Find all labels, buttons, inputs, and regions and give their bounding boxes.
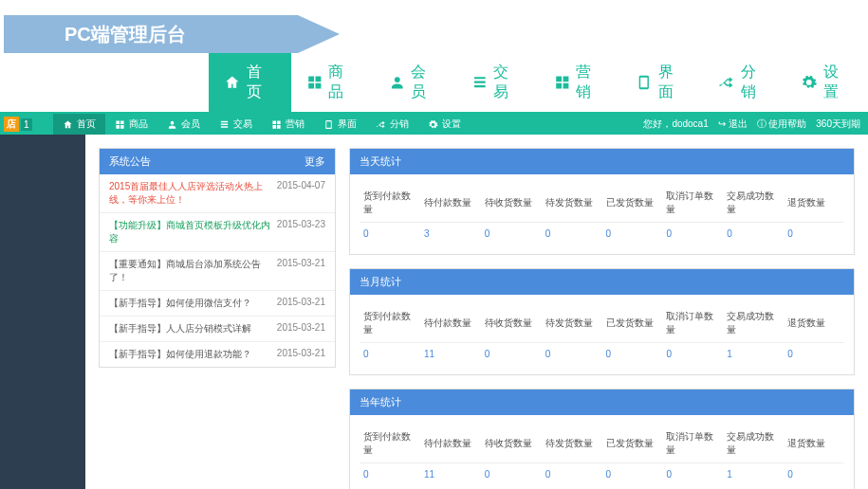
notice-panel: 系统公告 更多 2015首届最佳人人店评选活动火热上线，等你来上位！2015-0… (99, 148, 336, 368)
dark-sidebar (0, 135, 85, 489)
stat-panel-header: 当月统计 (350, 269, 854, 295)
nav-label: 交易 (493, 63, 523, 102)
stat-value: 0 (481, 463, 542, 486)
main-nav: 首页商品会员交易营销界面分销设置 (0, 53, 868, 114)
nav-label: 营销 (576, 63, 605, 102)
stat-value: 11 (420, 343, 481, 366)
stat-table: 货到付款数量待付款数量待收货数量待发货数量已发货数量取消订单数量交易成功数量退货… (360, 425, 844, 485)
stat-value: 0 (542, 463, 602, 486)
tnav-label: 首页 (77, 118, 96, 131)
tnav-label: 分销 (390, 118, 409, 131)
notice-header: 系统公告 更多 (100, 149, 335, 174)
logout-link[interactable]: ↪ 退出 (718, 118, 748, 131)
stat-header: 取消订单数量 (662, 304, 723, 343)
help-link[interactable]: ⓘ 使用帮助 (757, 118, 807, 131)
stat-header: 待收货数量 (481, 304, 542, 343)
stat-header: 货到付款数量 (360, 425, 420, 463)
expire-text: 360天到期 (816, 118, 860, 131)
notice-item[interactable]: 【新手指导】人人店分销模式详解2015-03-21 (100, 316, 335, 341)
nav-label: 商品 (328, 63, 358, 102)
main-nav-list[interactable]: 交易 (456, 53, 539, 112)
notice-date: 2015-03-21 (277, 297, 325, 310)
tnav-label: 界面 (338, 118, 357, 131)
teal-nav-grid[interactable]: 营销 (262, 114, 314, 135)
stat-value: 0 (602, 463, 663, 486)
notice-title: 系统公告 (109, 154, 151, 169)
stat-value: 0 (662, 223, 723, 245)
teal-nav-shuffle[interactable]: 分销 (366, 114, 418, 135)
notice-text: 2015首届最佳人人店评选活动火热上线，等你来上位！ (109, 180, 277, 207)
stat-value: 0 (662, 463, 723, 486)
stat-panel-header: 当天统计 (350, 149, 854, 174)
stat-value: 0 (360, 343, 420, 366)
main-nav-gear[interactable]: 设置 (785, 53, 868, 112)
notice-item[interactable]: 【功能升级】商城首页模板升级优化内容2015-03-23 (100, 212, 335, 251)
main-nav-user[interactable]: 会员 (374, 53, 456, 112)
notice-more[interactable]: 更多 (305, 154, 325, 169)
notice-text: 【新手指导】如何使用微信支付？ (109, 297, 277, 310)
notice-item[interactable]: 【新手指导】如何使用微信支付？2015-03-21 (100, 290, 335, 316)
stat-header: 待付款数量 (420, 304, 481, 343)
nav-label: 分销 (741, 63, 770, 102)
notice-date: 2015-03-23 (277, 219, 325, 245)
stat-value: 0 (784, 343, 844, 366)
teal-nav-device[interactable]: 界面 (314, 114, 366, 135)
banner-title: PC端管理后台 (4, 15, 298, 53)
notice-text: 【功能升级】商城首页模板升级优化内容 (109, 219, 277, 245)
stat-header: 待付款数量 (420, 425, 481, 463)
stat-value: 0 (784, 223, 844, 245)
stat-value: 0 (360, 223, 420, 245)
stat-table: 货到付款数量待付款数量待收货数量待发货数量已发货数量取消订单数量交易成功数量退货… (360, 184, 844, 244)
logo-box: 店 (4, 117, 19, 132)
tnav-label: 设置 (442, 118, 461, 131)
tnav-label: 交易 (233, 118, 252, 131)
logo-badge: 1 (21, 118, 32, 131)
stat-header: 待发货数量 (542, 184, 602, 223)
stat-value: 0 (481, 223, 542, 245)
stat-value: 0 (360, 463, 420, 486)
stat-value: 0 (662, 343, 723, 366)
notice-text: 【重要通知】商城后台添加系统公告了！ (109, 258, 277, 284)
stat-header: 货到付款数量 (360, 304, 420, 343)
notice-date: 2015-04-07 (277, 180, 325, 207)
main-nav-grid[interactable]: 营销 (539, 53, 621, 112)
stat-header: 交易成功数量 (723, 425, 784, 463)
teal-nav-home[interactable]: 首页 (53, 114, 105, 135)
notice-item[interactable]: 【新手指导】如何使用退款功能？2015-03-21 (100, 341, 335, 367)
teal-nav-list[interactable]: 交易 (210, 114, 262, 135)
stat-header: 交易成功数量 (723, 304, 784, 343)
stat-value: 0 (723, 223, 784, 245)
stat-value: 0 (602, 343, 663, 366)
main-nav-grid[interactable]: 商品 (291, 53, 374, 112)
nav-label: 首页 (247, 63, 276, 102)
main-nav-shuffle[interactable]: 分销 (703, 53, 785, 112)
stat-header: 交易成功数量 (723, 184, 784, 223)
stat-title: 当月统计 (360, 275, 401, 289)
notice-text: 【新手指导】人人店分销模式详解 (109, 322, 277, 335)
main-nav-device[interactable]: 界面 (620, 53, 703, 112)
stat-header: 待收货数量 (481, 184, 542, 223)
stat-header: 待付款数量 (420, 184, 481, 223)
notice-item[interactable]: 【重要通知】商城后台添加系统公告了！2015-03-21 (100, 251, 335, 290)
stat-value: 0 (542, 343, 602, 366)
nav-label: 设置 (823, 63, 853, 102)
logo-area: 店 1 (0, 117, 36, 132)
main-nav-home[interactable]: 首页 (209, 53, 291, 112)
teal-nav: 首页商品会员交易营销界面分销设置 (53, 114, 471, 135)
stat-value: 0 (481, 343, 542, 366)
stat-title: 当天统计 (360, 154, 401, 169)
stat-panel: 当天统计 货到付款数量待付款数量待收货数量待发货数量已发货数量取消订单数量交易成… (349, 148, 855, 255)
stat-header: 退货数量 (784, 304, 844, 343)
teal-nav-gear[interactable]: 设置 (418, 114, 471, 135)
notice-item[interactable]: 2015首届最佳人人店评选活动火热上线，等你来上位！2015-04-07 (100, 174, 335, 212)
stat-value: 0 (542, 223, 602, 245)
teal-nav-user[interactable]: 会员 (157, 114, 210, 135)
stat-header: 退货数量 (784, 184, 844, 223)
stat-panel-header: 当年统计 (350, 389, 854, 415)
nav-label: 会员 (411, 63, 440, 102)
stat-table: 货到付款数量待付款数量待收货数量待发货数量已发货数量取消订单数量交易成功数量退货… (360, 304, 844, 365)
stat-panel: 当月统计 货到付款数量待付款数量待收货数量待发货数量已发货数量取消订单数量交易成… (349, 268, 855, 375)
greeting: 您好，dodoca1 (643, 118, 708, 131)
teal-nav-grid[interactable]: 商品 (105, 114, 157, 135)
teal-bar: 店 1 首页商品会员交易营销界面分销设置 您好，dodoca1 ↪ 退出 ⓘ 使… (0, 114, 868, 135)
